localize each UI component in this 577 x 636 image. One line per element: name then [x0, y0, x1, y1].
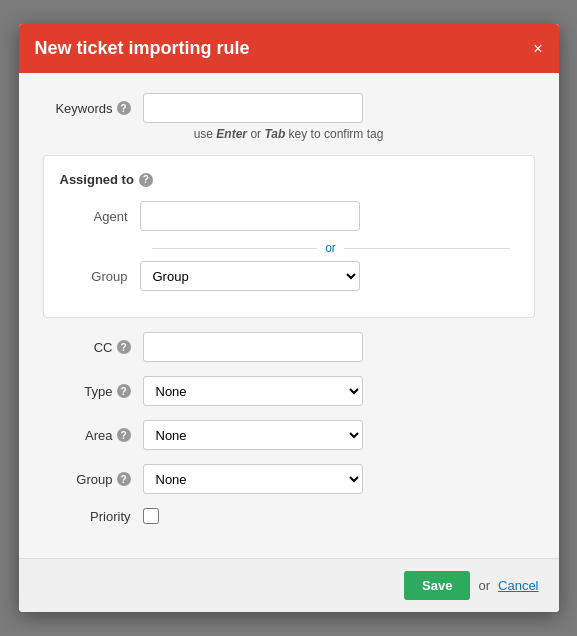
- group-select-row: Group Group: [60, 261, 518, 291]
- assigned-to-header: Assigned to ?: [60, 172, 518, 187]
- modal-overlay: New ticket importing rule × Keywords ? u…: [0, 0, 577, 636]
- modal-body: Keywords ? use Enter or Tab key to confi…: [19, 73, 559, 558]
- group2-label: Group ?: [43, 472, 143, 487]
- modal-header: New ticket importing rule ×: [19, 24, 559, 73]
- keywords-row: Keywords ?: [43, 93, 535, 123]
- agent-row: Agent: [60, 201, 518, 231]
- keywords-label: Keywords ?: [43, 101, 143, 116]
- group2-help-icon[interactable]: ?: [117, 472, 131, 486]
- agent-label: Agent: [60, 209, 140, 224]
- cc-label: CC ?: [43, 340, 143, 355]
- cancel-button[interactable]: Cancel: [498, 578, 538, 593]
- type-label: Type ?: [43, 384, 143, 399]
- priority-row: Priority: [43, 508, 535, 524]
- footer-or-text: or: [478, 578, 490, 593]
- modal-title: New ticket importing rule: [35, 38, 250, 59]
- area-label: Area ?: [43, 428, 143, 443]
- keywords-hint: use Enter or Tab key to confirm tag: [43, 127, 535, 141]
- type-help-icon[interactable]: ?: [117, 384, 131, 398]
- area-select[interactable]: None: [143, 420, 363, 450]
- group-select[interactable]: Group: [140, 261, 360, 291]
- agent-input[interactable]: [140, 201, 360, 231]
- group2-select[interactable]: None: [143, 464, 363, 494]
- close-button[interactable]: ×: [533, 41, 542, 57]
- type-select[interactable]: None: [143, 376, 363, 406]
- area-row: Area ? None: [43, 420, 535, 450]
- modal-footer: Save or Cancel: [19, 558, 559, 612]
- priority-label: Priority: [43, 509, 143, 524]
- priority-checkbox[interactable]: [143, 508, 159, 524]
- or-divider: or: [60, 241, 518, 255]
- modal: New ticket importing rule × Keywords ? u…: [19, 24, 559, 612]
- keywords-section: Keywords ? use Enter or Tab key to confi…: [43, 93, 535, 151]
- assigned-to-section: Assigned to ? Agent or Group Group: [43, 155, 535, 318]
- save-button[interactable]: Save: [404, 571, 470, 600]
- cc-help-icon[interactable]: ?: [117, 340, 131, 354]
- type-row: Type ? None: [43, 376, 535, 406]
- area-help-icon[interactable]: ?: [117, 428, 131, 442]
- assigned-help-icon[interactable]: ?: [139, 173, 153, 187]
- keywords-input[interactable]: [143, 93, 363, 123]
- cc-row: CC ?: [43, 332, 535, 362]
- cc-input[interactable]: [143, 332, 363, 362]
- group-select-label: Group: [60, 269, 140, 284]
- group2-row: Group ? None: [43, 464, 535, 494]
- keywords-help-icon[interactable]: ?: [117, 101, 131, 115]
